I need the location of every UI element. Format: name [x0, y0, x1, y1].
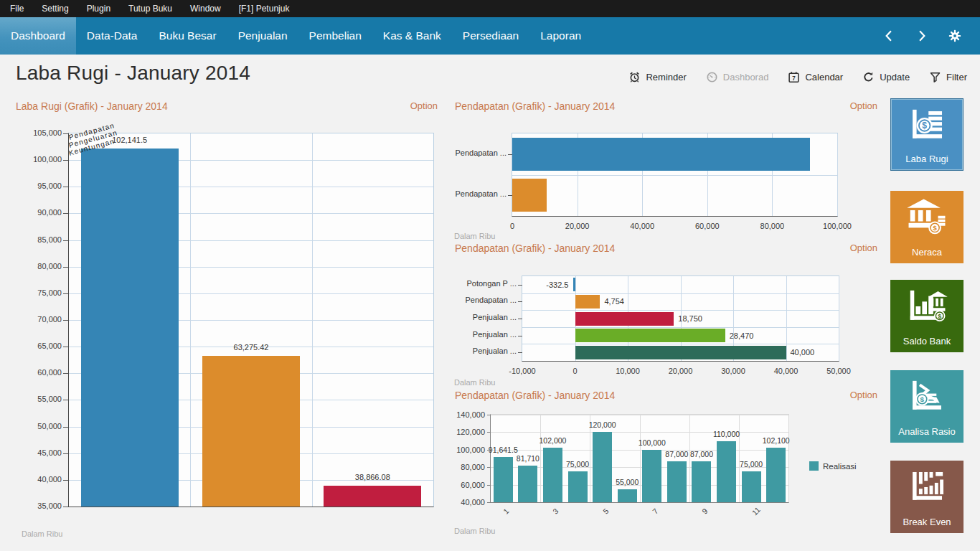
- y-tick-mark: [63, 400, 68, 400]
- gridline: [786, 276, 787, 361]
- y-tick-mark: [487, 432, 490, 433]
- bar-pendapatan-: [575, 295, 600, 309]
- tab-dashboard[interactable]: Dashboard: [0, 17, 76, 55]
- nav-gear-button[interactable]: [947, 28, 963, 44]
- x-tick-label: 30,000: [712, 367, 755, 375]
- tile-label: Neraca: [890, 247, 963, 258]
- y-tick-mark: [487, 415, 490, 415]
- x-category-label: Pendapatan: [68, 39, 423, 141]
- chart-legend: Realisasi: [809, 461, 857, 471]
- y-tick-label: 75,000: [14, 288, 62, 297]
- category-tick-mark: [508, 154, 512, 155]
- chart-panel-pendapatan-monthly: Pendapatan (Grafik) - January 2014 Optio…: [453, 390, 879, 546]
- y-tick-mark: [63, 427, 68, 428]
- gridline: [522, 310, 839, 311]
- category-label: Penjualan ...: [453, 330, 517, 339]
- tile-analisa-rasio[interactable]: $Analisa Rasio: [890, 370, 963, 443]
- reminder-button[interactable]: Reminder: [628, 71, 686, 83]
- y-tick-mark: [487, 467, 490, 468]
- category-label: Pendapatan ...: [453, 296, 517, 304]
- chart-option-link[interactable]: Option: [850, 242, 877, 257]
- value-label: 120,000: [575, 420, 629, 429]
- tab-penjualan[interactable]: Penjualan: [227, 17, 298, 55]
- x-tick-label: 40,000: [621, 222, 664, 230]
- toolbar-button-label: Filter: [946, 72, 967, 83]
- y-tick-mark: [63, 267, 68, 268]
- tab-buku-besar[interactable]: Buku Besar: [148, 17, 227, 55]
- bar-penjualan-: [575, 346, 786, 359]
- y-tick-label: 140,000: [451, 410, 485, 419]
- y-tick-mark: [63, 347, 68, 347]
- menu-item-plugin[interactable]: Plugin: [87, 4, 110, 14]
- y-tick-label: 55,000: [14, 395, 62, 403]
- tab-laporan[interactable]: Laporan: [529, 17, 592, 55]
- y-tick-mark: [63, 507, 68, 507]
- update-button[interactable]: Update: [862, 71, 910, 83]
- y-tick-label: 65,000: [14, 342, 62, 350]
- gridline: [839, 276, 839, 361]
- y-tick-mark: [63, 480, 68, 481]
- menu-item-file[interactable]: File: [10, 4, 24, 14]
- category-tick-mark: [518, 336, 522, 336]
- tab-pembelian[interactable]: Pembelian: [298, 17, 372, 55]
- y-tick-mark: [63, 160, 68, 161]
- svg-text:$: $: [920, 395, 925, 403]
- category-label: Pendapatan ...: [448, 149, 507, 157]
- tile-break-even[interactable]: Break Even: [890, 461, 963, 533]
- nav-chevron-right-button[interactable]: [914, 28, 930, 44]
- toolbar-button-label: Dashborad: [723, 72, 769, 83]
- value-label: 91,641.5: [476, 446, 530, 454]
- x-tick-label: 0: [491, 222, 534, 230]
- calendar-button[interactable]: 7Calendar: [788, 71, 843, 83]
- y-tick-mark: [63, 320, 68, 321]
- category-tick-mark: [508, 195, 512, 196]
- category-tick-mark: [518, 285, 522, 286]
- bar-month-10: [717, 441, 736, 502]
- tab-persediaan[interactable]: Persediaan: [452, 17, 529, 55]
- tile-saldo-bank[interactable]: $Saldo Bank: [890, 280, 963, 352]
- y-tick-label: 45,000: [14, 448, 62, 457]
- toolbar-button-label: Calendar: [805, 72, 843, 83]
- menu-item--f1-petunjuk[interactable]: [F1] Petunjuk: [239, 4, 290, 14]
- y-tick-label: 120,000: [451, 428, 485, 436]
- toolbar-button-label: Reminder: [646, 72, 686, 83]
- x-tick-label: 100,000: [816, 222, 859, 230]
- gridline: [522, 327, 839, 328]
- chevron-right-icon: [915, 29, 929, 43]
- gridline: [522, 344, 839, 344]
- menu-item-window[interactable]: Window: [190, 4, 221, 14]
- gridline: [837, 133, 838, 216]
- tile-neraca[interactable]: $Neraca: [890, 191, 963, 263]
- alarm-clock-icon: [628, 71, 641, 83]
- main-navbar: DashboardData-DataBuku BesarPenjualanPem…: [0, 17, 980, 55]
- gear-icon: [948, 29, 962, 43]
- gridline: [689, 415, 690, 502]
- value-label: 38,866.08: [312, 473, 433, 481]
- y-tick-mark: [63, 373, 68, 374]
- chart-title: Pendapatan (Grafik) - January 2014: [455, 390, 615, 404]
- x-tick-label: 5: [600, 507, 610, 516]
- chart-option-link[interactable]: Option: [850, 390, 877, 404]
- nav-chevron-left-button[interactable]: [881, 28, 897, 44]
- menu-item-setting[interactable]: Setting: [42, 4, 68, 14]
- chart-footnote: Dalam Ribu: [22, 529, 62, 538]
- y-tick-label: 100,000: [14, 155, 62, 164]
- gridline: [522, 293, 839, 294]
- tile-label: Saldo Bank: [890, 336, 963, 347]
- category-label: Pendapatan ...: [448, 189, 507, 198]
- svg-text:$: $: [933, 224, 937, 232]
- dashborad-button[interactable]: Dashborad: [706, 71, 769, 83]
- menu-item-tutup-buku[interactable]: Tutup Buku: [128, 4, 172, 14]
- y-tick-mark: [63, 240, 68, 241]
- chart-option-link[interactable]: Option: [850, 100, 877, 115]
- chart-option-link[interactable]: Option: [410, 100, 438, 115]
- tab-data-data[interactable]: Data-Data: [76, 17, 149, 55]
- bar-month-8: [667, 461, 687, 502]
- bar-month-6: [618, 489, 637, 502]
- value-label: 100,000: [626, 438, 679, 447]
- tile-laba-rugi[interactable]: $Laba Rugi: [890, 98, 963, 171]
- y-tick-label: 85,000: [14, 235, 62, 244]
- category-tick-mark: [518, 352, 522, 353]
- value-label: 4,754: [604, 297, 624, 306]
- filter-button[interactable]: Filter: [929, 71, 967, 83]
